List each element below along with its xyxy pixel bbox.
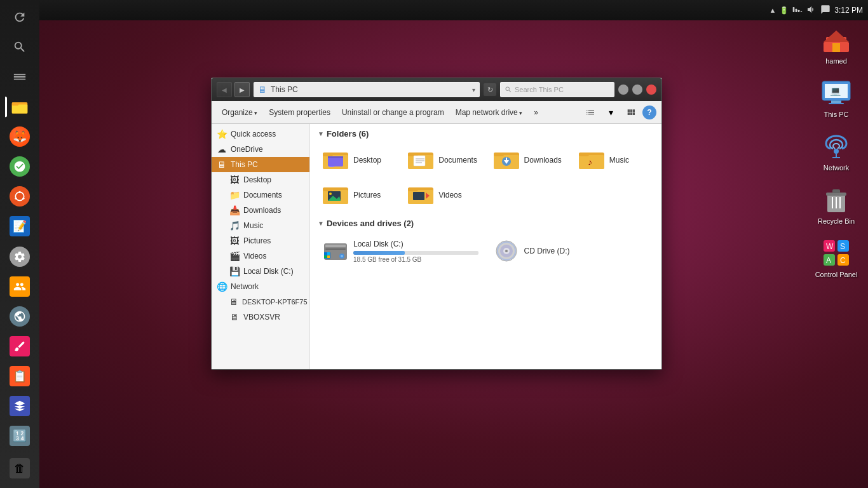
sidebar-item-music[interactable]: 🎵 Music xyxy=(212,218,309,233)
svg-text:C: C xyxy=(840,256,846,265)
search-bar[interactable]: Search This PC xyxy=(500,82,614,97)
maximize-button[interactable] xyxy=(632,85,642,95)
svg-rect-10 xyxy=(801,11,803,12)
device-item-cd-drive[interactable]: CD Drive (D:) xyxy=(489,234,654,268)
svg-rect-2 xyxy=(12,102,19,105)
taskbar-people[interactable] xyxy=(5,272,34,301)
map-network-button[interactable]: Map network drive xyxy=(451,105,528,119)
taskbar-ubuntu-software[interactable] xyxy=(5,152,34,181)
svg-point-6 xyxy=(22,198,24,200)
sidebar-item-this-pc[interactable]: 🖥 This PC xyxy=(212,157,309,172)
svg-rect-54 xyxy=(494,152,504,156)
folder-item-desktop[interactable]: Desktop xyxy=(318,145,398,175)
recycle-bin-icon xyxy=(821,184,851,215)
tray-chat[interactable] xyxy=(820,4,831,16)
svg-rect-41 xyxy=(323,152,333,156)
view-dropdown-button[interactable]: ▾ xyxy=(602,105,620,119)
layout-button[interactable] xyxy=(622,105,640,119)
downloads-folder-label: Downloads xyxy=(524,156,562,165)
device-item-local-disk[interactable]: Local Disk (C:) 18.5 GB free of 31.5 GB xyxy=(318,234,484,268)
folder-item-pictures[interactable]: Pictures xyxy=(318,180,398,210)
taskbar-notes[interactable]: 📋 xyxy=(5,362,34,391)
taskbar-ubuntu[interactable] xyxy=(5,182,34,211)
tray-network-indicator xyxy=(792,4,803,16)
recycle-bin-label: Recycle Bin xyxy=(818,217,855,225)
taskbar-refresh[interactable] xyxy=(5,3,34,31)
local-disk-bar-fill xyxy=(353,251,405,255)
folder-item-music[interactable]: ♪ Music xyxy=(574,145,654,175)
title-bar: ◀ ▶ 🖥 This PC ▾ ↻ Search This PC xyxy=(212,78,661,101)
system-properties-button[interactable]: System properties xyxy=(264,105,336,119)
desktop-icon-this-pc[interactable]: 💻 This PC xyxy=(811,78,862,118)
desktop-icon-recycle-bin[interactable]: Recycle Bin xyxy=(811,184,862,225)
svg-rect-1 xyxy=(12,104,28,113)
clock: 3:12 PM xyxy=(834,6,863,15)
content-area: ⭐ Quick access ☁ OneDrive 🖥 This PC 🖼 De… xyxy=(212,124,661,369)
refresh-button[interactable]: ↻ xyxy=(484,83,496,96)
sidebar-item-videos[interactable]: 🎬 Videos xyxy=(212,248,309,264)
folder-item-videos[interactable]: Videos xyxy=(403,180,483,210)
tray-arrow[interactable]: ▲ xyxy=(769,6,776,14)
desktop-icon-hamed[interactable]: hamed xyxy=(811,24,862,65)
taskbar-paint[interactable] xyxy=(5,332,34,360)
network-sidebar-icon: 🌐 xyxy=(217,281,227,292)
desktop-icon-network[interactable]: Network xyxy=(811,131,862,172)
pictures-folder-label: Pictures xyxy=(353,191,381,200)
sidebar-item-network[interactable]: 🌐 Network xyxy=(212,279,309,294)
taskbar-file-manager[interactable] xyxy=(5,92,34,121)
close-button[interactable] xyxy=(646,85,656,95)
devices-grid: Local Disk (C:) 18.5 GB free of 31.5 GB xyxy=(318,234,654,268)
taskbar-search[interactable] xyxy=(5,32,34,61)
sidebar-item-desktop[interactable]: 🖼 Desktop xyxy=(212,172,309,187)
svg-rect-27 xyxy=(832,189,840,193)
svg-rect-8 xyxy=(796,9,797,12)
taskbar-calculator[interactable]: 🔢 xyxy=(5,422,34,451)
sidebar-item-vboxsvr[interactable]: 🖥 VBOXSVR xyxy=(212,309,309,325)
taskbar-workspace[interactable] xyxy=(5,62,34,91)
folders-section-header[interactable]: ▼ Folders (6) xyxy=(318,129,654,139)
sidebar-item-desktop-kpt[interactable]: 🖥 DESKTOP-KPT6F75 xyxy=(212,294,309,309)
svg-point-66 xyxy=(329,193,332,195)
sidebar-item-downloads[interactable]: 📥 Downloads xyxy=(212,203,309,218)
uninstall-button[interactable]: Uninstall or change a program xyxy=(337,105,449,119)
taskbar-inkscape[interactable] xyxy=(5,392,34,421)
view-details-button[interactable] xyxy=(581,105,599,119)
cd-drive-name: CD Drive (D:) xyxy=(524,247,649,255)
sidebar-item-pictures[interactable]: 🖼 Pictures xyxy=(212,233,309,248)
taskbar-trash[interactable]: 🗑 xyxy=(5,454,34,483)
sidebar-item-documents[interactable]: 📁 Documents xyxy=(212,187,309,203)
taskbar-notepad[interactable]: 📝 xyxy=(5,212,34,241)
svg-rect-75 xyxy=(325,248,346,250)
this-pc-label: This PC xyxy=(824,111,848,118)
folders-collapse-arrow: ▼ xyxy=(318,130,324,137)
sidebar-item-onedrive[interactable]: ☁ OneDrive xyxy=(212,142,309,157)
taskbar-globe[interactable] xyxy=(5,302,34,330)
minimize-button[interactable] xyxy=(618,85,628,95)
help-button[interactable]: ? xyxy=(642,105,656,119)
svg-rect-70 xyxy=(408,187,418,191)
address-dropdown-btn[interactable]: ▾ xyxy=(472,86,475,93)
folder-item-documents[interactable]: Documents xyxy=(403,145,483,175)
address-bar[interactable]: 🖥 This PC ▾ xyxy=(254,82,480,97)
devices-section-header[interactable]: ▼ Devices and drives (2) xyxy=(318,219,654,228)
desktop-icon-control-panel[interactable]: W S A C Control Panel xyxy=(811,238,862,278)
sidebar-item-local-disk[interactable]: 💾 Local Disk (C:) xyxy=(212,264,309,279)
svg-rect-80 xyxy=(327,252,330,255)
taskbar-firefox[interactable]: 🦊 xyxy=(5,123,34,151)
quick-access-icon: ⭐ xyxy=(217,129,227,139)
sidebar-item-quick-access[interactable]: ⭐ Quick access xyxy=(212,126,309,142)
taskbar-system-settings[interactable] xyxy=(5,242,34,271)
back-button[interactable]: ◀ xyxy=(217,82,232,97)
more-button[interactable]: » xyxy=(529,105,543,119)
vboxsvr-icon: 🖥 xyxy=(229,312,240,322)
documents-sidebar-icon: 📁 xyxy=(229,190,240,200)
desktop-folder-icon xyxy=(323,149,348,171)
forward-button[interactable]: ▶ xyxy=(234,82,250,97)
organize-button[interactable]: Organize xyxy=(217,105,262,119)
explorer-window: ◀ ▶ 🖥 This PC ▾ ↻ Search This PC Organiz… xyxy=(211,78,662,370)
downloads-sidebar-icon: 📥 xyxy=(229,205,240,215)
svg-rect-17 xyxy=(831,100,841,103)
desktop-sidebar-icon: 🖼 xyxy=(229,175,240,185)
onedrive-icon: ☁ xyxy=(217,144,227,154)
folder-item-downloads[interactable]: Downloads xyxy=(489,145,569,175)
